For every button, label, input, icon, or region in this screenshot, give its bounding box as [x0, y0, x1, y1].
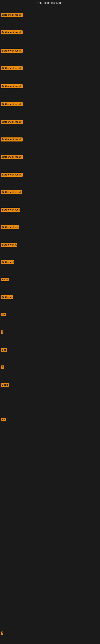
result-row: Bottle [1, 278, 9, 282]
bottleneck-badge[interactable]: Bot [1, 313, 6, 316]
bottleneck-badge[interactable]: B [1, 330, 3, 334]
bottleneck-badge[interactable]: Bottle [1, 383, 9, 386]
result-row: B [1, 330, 3, 335]
bottleneck-badge[interactable]: Bottleneck resu [1, 208, 20, 212]
site-title: TheBottlenecker.com [0, 0, 100, 6]
result-row: Bottleneck result [1, 173, 23, 178]
bottleneck-badge[interactable]: B [1, 632, 3, 635]
result-row: Bottleneck result [1, 138, 23, 142]
bottleneck-badge[interactable]: Bottleneck resul [1, 190, 22, 194]
result-row: Bottleneck result [1, 30, 23, 35]
bottleneck-badge[interactable]: Bo [1, 366, 4, 369]
bottleneck-badge[interactable]: Bottleneck [1, 260, 14, 264]
result-row: Bottleneck [1, 260, 14, 265]
result-row: Bottleneck result [1, 155, 23, 160]
result-row: Bottleneck resul [1, 190, 22, 195]
result-row: Bottleneck result [1, 84, 23, 89]
bottleneck-badge[interactable]: Bot [1, 418, 6, 422]
result-row: Bott [1, 348, 7, 352]
result-row: B [1, 632, 3, 636]
result-row: Bottleneck res [1, 225, 19, 230]
bottleneck-badge[interactable]: Bottle [1, 278, 9, 281]
result-row: Bottle [1, 383, 9, 388]
bottleneck-badge[interactable]: Bottleneck result [1, 102, 23, 106]
bottleneck-badge[interactable]: Bottleneck result [1, 173, 23, 177]
result-row: Bot [1, 313, 6, 317]
result-row: Bottleneck result [1, 49, 23, 54]
bottleneck-badge[interactable]: Bottleneck result [1, 138, 23, 142]
bottleneck-badge[interactable]: Bottleneck result [1, 13, 23, 17]
result-row: Bottleneck result [1, 66, 23, 71]
bottleneck-badge[interactable]: Bottleneck result [1, 84, 23, 88]
bottleneck-badge[interactable]: Bottlenec [1, 295, 13, 299]
bottleneck-badge[interactable]: Bott [1, 348, 7, 352]
result-row: Bottleneck resu [1, 208, 20, 212]
result-row: Bottleneck result [1, 13, 23, 18]
result-row: Bottleneck re [1, 243, 17, 248]
bottleneck-badge[interactable]: Bottleneck res [1, 225, 19, 229]
result-row: Bottleneck result [1, 120, 23, 125]
bottleneck-badge[interactable]: Bottleneck result [1, 66, 23, 70]
bottleneck-badge[interactable]: Bottleneck result [1, 30, 23, 34]
result-row: Bottleneck result [1, 102, 23, 107]
bottleneck-badge[interactable]: Bottleneck re [1, 243, 17, 247]
bottleneck-badge[interactable]: Bottleneck result [1, 120, 23, 124]
result-row: Bot [1, 418, 6, 422]
bottleneck-badge[interactable]: Bottleneck result [1, 49, 23, 53]
result-row: Bottlenec [1, 295, 13, 300]
bottleneck-badge[interactable]: Bottleneck result [1, 155, 23, 159]
result-row: Bo [1, 366, 4, 370]
